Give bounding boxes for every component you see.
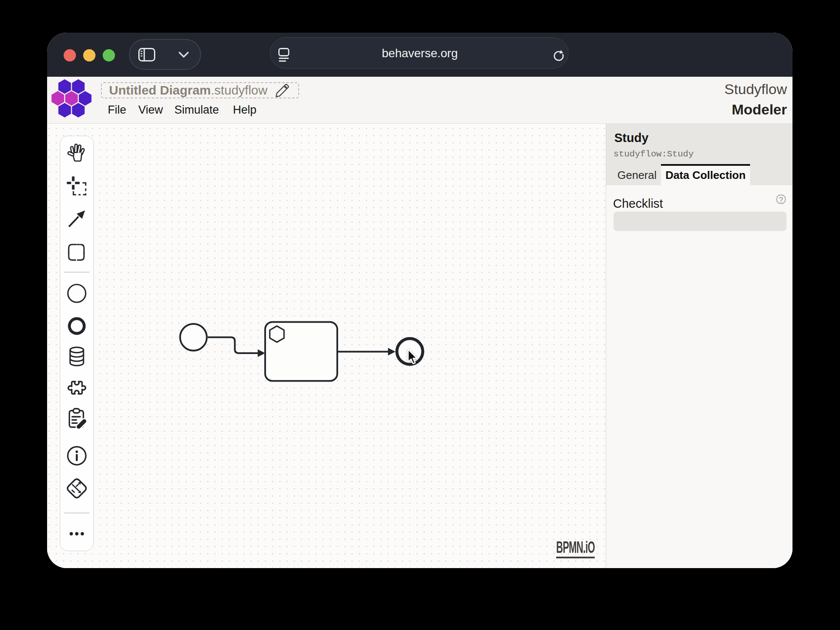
svg-text:?: ? bbox=[779, 196, 783, 204]
